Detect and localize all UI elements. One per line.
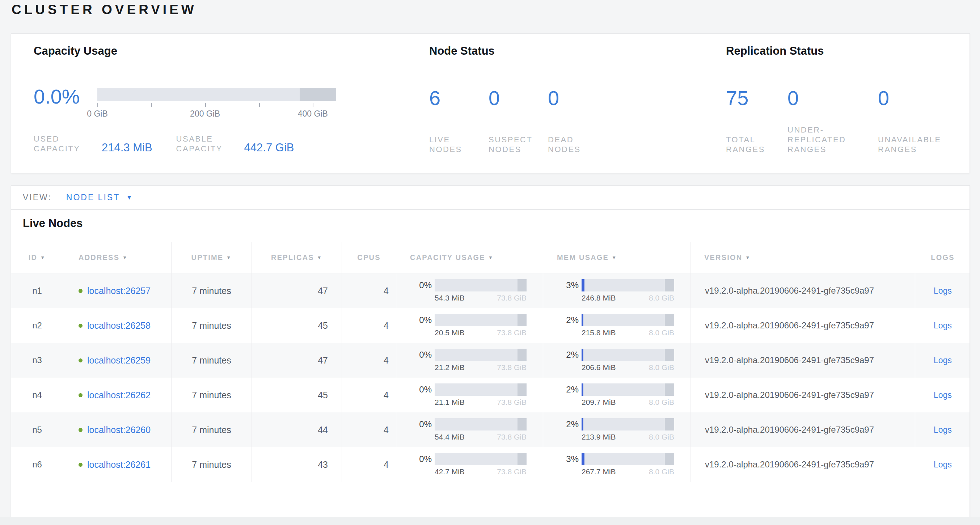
capacity-usage-cell: 0%21.2 MiB73.8 GiB [396, 343, 543, 378]
meter-percent: 0% [418, 280, 432, 290]
meter-used-value: 267.7 MiB [582, 468, 616, 476]
meter-total-value: 8.0 GiB [649, 468, 674, 476]
replicas-cell: 47 [251, 273, 342, 308]
live-nodes-title: Live Nodes [23, 217, 969, 230]
node-address-cell: localhost:26261 [63, 447, 171, 482]
live-dot-icon [78, 289, 83, 293]
dropdown-arrow-icon: ▼ [126, 195, 132, 201]
header-replicas[interactable]: REPLICAS▼ [251, 242, 342, 273]
meter-bar [434, 314, 527, 326]
logs-link[interactable]: Logs [934, 286, 952, 296]
node-address-link[interactable]: localhost:26258 [87, 321, 151, 331]
logs-link[interactable]: Logs [934, 460, 952, 469]
axis-label-0: 0 GiB [87, 109, 108, 119]
meter-percent: 3% [565, 280, 579, 290]
meter-bar [434, 383, 527, 396]
under-replicated-ranges-stat: 0 UNDER-REPLICATED RANGES [788, 88, 878, 174]
view-label: VIEW: [23, 193, 52, 203]
node-address-link[interactable]: localhost:26257 [87, 286, 151, 296]
meter-total-value: 8.0 GiB [649, 294, 674, 302]
node-address-link[interactable]: localhost:26261 [87, 460, 151, 470]
header-uptime[interactable]: UPTIME▼ [171, 242, 251, 273]
logs-link[interactable]: Logs [934, 425, 952, 435]
capacity-usage-meter: 0%20.5 MiB73.8 GiB [418, 314, 527, 337]
capacity-usage-cell: 0%21.1 MiB73.8 GiB [396, 378, 543, 412]
total-ranges-label: TOTAL RANGES [726, 135, 780, 154]
meter-total-value: 73.8 GiB [497, 363, 527, 372]
node-address-link[interactable]: localhost:26262 [87, 390, 151, 401]
mem-usage-cell: 2%206.6 MiB8.0 GiB [543, 343, 690, 378]
meter-bar [582, 279, 674, 292]
meter-percent: 0% [418, 350, 432, 360]
cpus-cell: 4 [342, 412, 396, 447]
mem-usage-meter: 3%267.7 MiB8.0 GiB [565, 453, 674, 476]
meter-bar [434, 349, 527, 361]
header-capacity-usage[interactable]: CAPACITY USAGE▼ [396, 242, 543, 273]
live-nodes-table: ID▼ ADDRESS▼ UPTIME▼ REPLICAS▼ CPUS CAPA… [11, 242, 969, 482]
replicas-cell: 45 [251, 308, 342, 343]
under-replicated-count: 0 [788, 88, 878, 108]
capacity-axis-ticks [97, 103, 336, 108]
meter-used-value: 54.3 MiB [434, 294, 465, 302]
uptime-cell: 7 minutes [171, 308, 251, 343]
meter-total-value: 73.8 GiB [497, 294, 527, 302]
sort-desc-icon: ▼ [488, 255, 494, 260]
cpus-cell: 4 [342, 343, 396, 378]
header-id[interactable]: ID▼ [11, 242, 63, 273]
node-id-cell: n4 [11, 378, 63, 412]
capacity-usage-meter: 0%54.3 MiB73.8 GiB [418, 279, 527, 302]
logs-link[interactable]: Logs [934, 356, 952, 365]
page-bottom-band [0, 517, 980, 525]
view-selector-dropdown[interactable]: NODE LIST ▼ [66, 193, 132, 203]
node-id-cell: n5 [11, 412, 63, 447]
logs-link[interactable]: Logs [934, 390, 952, 400]
meter-percent: 0% [418, 419, 432, 429]
meter-percent: 2% [565, 385, 579, 395]
cpus-cell: 4 [342, 447, 396, 482]
replicas-cell: 47 [251, 343, 342, 378]
node-id-cell: n6 [11, 447, 63, 482]
node-address-link[interactable]: localhost:26259 [87, 355, 151, 366]
axis-label-200: 200 GiB [190, 109, 220, 119]
capacity-usage-title: Capacity Usage [33, 45, 117, 57]
meter-reserved-segment [517, 349, 527, 361]
meter-bar [582, 349, 674, 361]
uptime-cell: 7 minutes [171, 378, 251, 412]
mem-usage-cell: 2%213.9 MiB8.0 GiB [543, 412, 690, 447]
meter-reserved-segment [517, 279, 527, 292]
view-selected-value: NODE LIST [66, 193, 120, 203]
meter-fill [582, 349, 583, 361]
logs-link[interactable]: Logs [934, 321, 952, 330]
logs-cell: Logs [915, 273, 970, 308]
meter-percent: 2% [565, 419, 579, 429]
uptime-cell: 7 minutes [171, 447, 251, 482]
capacity-usage-meter: 0%21.1 MiB73.8 GiB [418, 383, 527, 407]
used-capacity-value: 214.3 MiB [102, 141, 152, 154]
header-version[interactable]: VERSION▼ [690, 242, 915, 273]
meter-reserved-segment [665, 314, 674, 326]
meter-percent: 0% [418, 454, 432, 464]
dead-nodes-label: DEAD NODES [548, 135, 600, 154]
logs-cell: Logs [915, 308, 970, 343]
mem-usage-meter: 2%215.8 MiB8.0 GiB [565, 314, 674, 337]
meter-fill [582, 314, 583, 326]
total-ranges-stat: 75 TOTAL RANGES [726, 88, 788, 174]
meter-total-value: 73.8 GiB [497, 329, 527, 337]
version-cell: v19.2.0-alpha.20190606-2491-gfe735c9a97 [690, 273, 915, 308]
capacity-usage-meter: 0%21.2 MiB73.8 GiB [418, 349, 527, 372]
table-row: n4localhost:262627 minutes4540%21.1 MiB7… [11, 378, 969, 412]
header-mem-usage[interactable]: MEM USAGE▼ [543, 242, 690, 273]
capacity-usage-cell: 0%20.5 MiB73.8 GiB [396, 308, 543, 343]
meter-used-value: 213.9 MiB [582, 432, 616, 441]
header-address[interactable]: ADDRESS▼ [63, 242, 171, 273]
node-status-title: Node Status [429, 45, 495, 57]
capacity-usage-meter: 0%54.4 MiB73.8 GiB [418, 418, 527, 441]
meter-reserved-segment [665, 383, 674, 396]
replication-status-section: Replication Status 75 TOTAL RANGES 0 UND… [726, 34, 969, 173]
replicas-cell: 45 [251, 378, 342, 412]
meter-bar [582, 418, 674, 431]
node-address-link[interactable]: localhost:26260 [87, 425, 151, 435]
replicas-cell: 44 [251, 412, 342, 447]
mem-usage-cell: 2%215.8 MiB8.0 GiB [543, 308, 690, 343]
unavailable-ranges-stat: 0 UNAVAILABLE RANGES [878, 88, 961, 174]
